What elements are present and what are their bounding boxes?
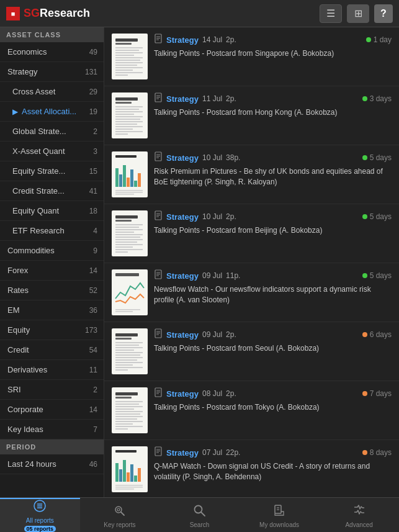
sidebar-item-em[interactable]: EM36 xyxy=(0,300,104,320)
report-meta-r8: Strategy07 Jul22p.8 days xyxy=(154,446,392,459)
sidebar-item-equity-strate[interactable]: Equity Strate...15 xyxy=(0,161,104,181)
svg-rect-108 xyxy=(115,413,140,415)
svg-rect-7 xyxy=(115,57,143,58)
sidebar-item-strategy[interactable]: Strategy131 xyxy=(0,62,104,82)
report-clip-icon-r5 xyxy=(154,269,163,282)
report-type-date-r7: Strategy08 Jul2p. xyxy=(154,387,236,400)
tab-search[interactable]: Search xyxy=(159,498,240,532)
report-item-r3[interactable]: Strategy10 Jul38p.5 daysRisk Premium in … xyxy=(104,145,399,204)
report-item-r8[interactable]: Strategy07 Jul22p.8 daysQ-MAP Watch - Do… xyxy=(104,440,399,497)
help-button[interactable]: ? xyxy=(374,4,393,23)
report-pages-r2: 2p. xyxy=(226,94,236,103)
sidebar-item-rates[interactable]: Rates52 xyxy=(0,281,104,300)
report-date-r2: 11 Jul xyxy=(202,94,222,103)
sidebar-count-key-ideas: 7 xyxy=(93,425,97,434)
report-thumb-r4 xyxy=(112,210,148,256)
report-date-r4: 10 Jul xyxy=(202,212,222,221)
report-item-r7[interactable]: Strategy08 Jul2p.7 daysTalking Points - … xyxy=(104,381,399,440)
svg-rect-43 xyxy=(127,178,130,187)
report-item-r4[interactable]: Strategy10 Jul2p.5 daysTalking Points - … xyxy=(104,204,399,263)
svg-rect-25 xyxy=(115,114,134,115)
age-dot-r1 xyxy=(366,37,371,42)
svg-rect-62 xyxy=(115,237,140,238)
svg-rect-47 xyxy=(115,190,143,191)
sidebar-item-credit[interactable]: Credit54 xyxy=(0,340,104,360)
svg-rect-121 xyxy=(115,463,119,482)
report-meta-r1: Strategy14 Jul2p.1 day xyxy=(154,34,392,46)
sidebar-item-sri[interactable]: SRI2 xyxy=(0,380,104,400)
sidebar-item-commodities[interactable]: Commodities9 xyxy=(0,241,104,261)
tab-key-reports[interactable]: Key reports xyxy=(80,498,160,532)
app-logo: ■ SGResearch xyxy=(6,7,90,20)
svg-rect-23 xyxy=(115,109,139,110)
svg-rect-32 xyxy=(115,131,143,132)
sidebar-item-last-24-hours[interactable]: Last 24 hours46 xyxy=(0,454,104,474)
logo-sg: SG xyxy=(24,7,40,19)
grid-view-button[interactable]: ⊞ xyxy=(347,4,369,23)
sidebar-item-global-strate[interactable]: Global Strate...2 xyxy=(0,122,104,142)
sidebar-item-etf-research[interactable]: ETF Research4 xyxy=(0,221,104,241)
sidebar-count-strategy: 131 xyxy=(85,68,97,76)
age-dot-r7 xyxy=(362,391,367,396)
sidebar-item-forex[interactable]: Forex14 xyxy=(0,261,104,281)
svg-rect-41 xyxy=(119,174,122,187)
age-text-r2: 3 days xyxy=(370,94,392,103)
sidebar-item-x-asset-quant[interactable]: X-Asset Quant3 xyxy=(0,142,104,161)
report-category-r3: Strategy xyxy=(166,153,199,163)
sidebar-item-label-commodities: Commodities xyxy=(7,246,55,255)
sidebar-item-equity[interactable]: Equity173 xyxy=(0,320,104,340)
svg-rect-120 xyxy=(115,450,137,453)
tab-advanced[interactable]: Advanced xyxy=(319,498,399,532)
report-age-r7: 7 days xyxy=(362,389,392,398)
logo-research: Research xyxy=(40,7,90,19)
svg-rect-101 xyxy=(115,392,138,395)
tab-my-downloads[interactable]: My downloads xyxy=(240,498,320,532)
report-thumb-r2 xyxy=(112,92,148,138)
report-item-r5[interactable]: Strategy09 Jul11p.5 daysNewsflow Watch -… xyxy=(104,263,399,322)
sidebar-item-corporate[interactable]: Corporate14 xyxy=(0,400,104,420)
report-category-r2: Strategy xyxy=(166,94,199,104)
report-item-r2[interactable]: Strategy11 Jul2p.3 daysTalking Points - … xyxy=(104,86,399,145)
sidebar-item-derivatives[interactable]: Derivatives11 xyxy=(0,360,104,380)
sidebar-item-key-ideas[interactable]: Key Ideas7 xyxy=(0,420,104,440)
sidebar-count-em: 36 xyxy=(89,306,97,315)
sidebar-item-label-corporate: Corporate xyxy=(7,405,43,414)
svg-rect-88 xyxy=(115,352,143,353)
sidebar-item-credit-strate[interactable]: Credit Strate...41 xyxy=(0,181,104,201)
svg-rect-14 xyxy=(115,74,128,76)
age-text-r8: 8 days xyxy=(370,448,392,457)
svg-rect-9 xyxy=(115,62,143,63)
list-view-button[interactable]: ☰ xyxy=(320,4,342,23)
svg-rect-83 xyxy=(115,338,132,340)
report-type-date-r6: Strategy09 Jul2p. xyxy=(154,328,236,341)
svg-rect-85 xyxy=(115,345,139,346)
svg-rect-13 xyxy=(115,72,143,73)
svg-rect-60 xyxy=(115,232,134,233)
report-pages-r1: 2p. xyxy=(226,35,236,44)
report-category-r4: Strategy xyxy=(166,212,199,222)
report-meta-r6: Strategy09 Jul2p.6 days xyxy=(154,328,392,341)
sidebar-count-commodities: 9 xyxy=(93,246,97,255)
tab-all-reports[interactable]: All reports 05 reports xyxy=(0,498,80,532)
report-item-r1[interactable]: Strategy14 Jul2p.1 dayTalking Points - P… xyxy=(104,27,399,86)
sidebar-item-economics[interactable]: Economics49 xyxy=(0,42,104,62)
search-label: Search xyxy=(190,521,210,528)
svg-line-159 xyxy=(121,512,124,515)
sidebar-item-asset-allocation[interactable]: ▶Asset Allocati...19 xyxy=(0,102,104,122)
sidebar-item-equity-quant[interactable]: Equity Quant18 xyxy=(0,201,104,221)
svg-rect-44 xyxy=(130,169,133,187)
list-view-icon: ☰ xyxy=(326,7,335,19)
svg-rect-58 xyxy=(115,227,139,228)
report-type-date-r2: Strategy11 Jul2p. xyxy=(154,92,236,105)
age-dot-r3 xyxy=(362,155,367,160)
sidebar-arrow-asset-allocation: ▶ xyxy=(12,107,18,116)
age-text-r7: 7 days xyxy=(370,389,392,398)
svg-rect-123 xyxy=(123,460,126,482)
sidebar-item-cross-asset[interactable]: Cross Asset29 xyxy=(0,82,104,102)
report-item-r6[interactable]: Strategy09 Jul2p.6 daysTalking Points - … xyxy=(104,322,399,381)
report-type-date-r1: Strategy14 Jul2p. xyxy=(154,34,236,46)
report-title-r5: Newsflow Watch - Our newsflow indicators… xyxy=(154,284,392,305)
svg-rect-104 xyxy=(115,404,139,405)
report-type-date-r8: Strategy07 Jul22p. xyxy=(154,446,240,459)
age-text-r3: 5 days xyxy=(370,153,392,162)
